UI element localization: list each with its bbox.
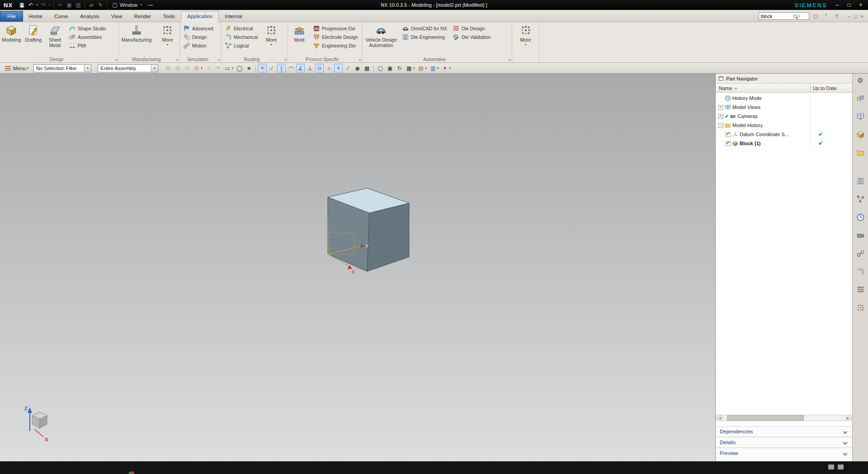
point-dialog-icon[interactable]: ⊙ xyxy=(192,64,201,72)
toolbar-icon[interactable]: ⊞ xyxy=(164,64,172,72)
snap-mid-point-icon[interactable]: | xyxy=(277,64,286,72)
snap-perpendicular-icon[interactable]: ⊥ xyxy=(306,64,314,72)
help-icon[interactable]: ? xyxy=(833,13,840,20)
minimize-button[interactable]: – xyxy=(834,2,841,8)
chevron-down-icon[interactable]: ▾ xyxy=(413,66,415,70)
process-specific-group-dropdown-icon[interactable]: ▾ xyxy=(359,58,361,62)
taskbar-tray-icons[interactable] xyxy=(828,465,844,469)
advanced-simulation-button[interactable]: Advanced xyxy=(181,24,216,33)
checkbox-icon[interactable]: ✔ xyxy=(726,141,731,146)
resource-bar-icon[interactable] xyxy=(856,303,865,312)
progressive-die-button[interactable]: Progressive Die xyxy=(311,24,360,33)
close-button[interactable]: × xyxy=(857,2,864,8)
resource-bar-icon[interactable] xyxy=(856,195,865,204)
resource-bar-icon[interactable] xyxy=(856,213,865,222)
assemblies-button[interactable]: Assemblies xyxy=(66,33,108,41)
refresh-view-icon[interactable]: ↻ xyxy=(395,64,404,72)
snap-point-on-curve-icon[interactable]: ∕ xyxy=(344,64,352,72)
motion-button[interactable]: Motion xyxy=(181,41,216,50)
tree-item-model-history[interactable]: − Model History xyxy=(716,121,852,130)
show-hide-icon[interactable]: ▢ xyxy=(376,64,385,72)
snap-angle-icon[interactable]: ∠ xyxy=(296,64,305,72)
resource-bar-icon[interactable] xyxy=(856,94,865,103)
solid-body-filter-icon[interactable]: ■ xyxy=(245,64,253,72)
drafting-button[interactable]: Drafting xyxy=(23,23,44,43)
tab-view[interactable]: View xyxy=(105,11,128,22)
horizontal-scrollbar[interactable]: ◄ ► xyxy=(716,415,852,421)
checkbox-icon[interactable]: ✔ xyxy=(726,132,731,137)
gear-icon[interactable]: ⚙ xyxy=(857,76,863,85)
document-restore-button[interactable]: □ xyxy=(854,14,857,19)
undo-button[interactable]: ↶ xyxy=(26,1,35,9)
automotive-group-dropdown-icon[interactable]: ▾ xyxy=(509,58,510,62)
immediate-hide-icon[interactable]: ▣ xyxy=(386,64,394,72)
toolbar-icon[interactable]: ↷ xyxy=(214,64,222,72)
save-button[interactable] xyxy=(17,1,26,9)
tab-application[interactable]: Application xyxy=(181,11,219,22)
electrical-button[interactable]: Electrical xyxy=(222,24,260,33)
column-up-to-date[interactable]: Up to Date xyxy=(811,84,852,92)
document-close-button[interactable]: × xyxy=(861,14,863,19)
customize-quick-access-icon[interactable]: — xyxy=(146,1,155,9)
minimize-ribbon-icon[interactable]: ⌃ xyxy=(822,13,830,20)
column-name[interactable]: Name ▲ xyxy=(716,84,811,92)
simulation-group-dropdown-icon[interactable]: ▾ xyxy=(218,58,220,62)
vehicle-design-automation-button[interactable]: Vehicle Design Automation xyxy=(363,23,399,48)
resource-bar-icon[interactable] xyxy=(856,231,865,240)
chevron-down-icon[interactable]: ▾ xyxy=(449,66,451,70)
window-menu-button[interactable]: ▢ Window ▾ xyxy=(109,1,146,9)
snap-end-point-icon[interactable]: ∕ xyxy=(268,64,276,72)
snap-grid-point-icon[interactable]: ▦ xyxy=(363,64,371,72)
scroll-left-icon[interactable]: ◄ xyxy=(717,415,723,421)
toolbar-icon[interactable]: ⊟ xyxy=(173,64,182,72)
tab-render[interactable]: Render xyxy=(128,11,157,22)
menu-button[interactable]: Menu ▾ xyxy=(2,65,33,72)
collapse-icon[interactable]: − xyxy=(718,123,723,128)
search-input[interactable] xyxy=(761,14,793,19)
scrollbar-track[interactable] xyxy=(723,415,844,421)
restore-button[interactable]: □ xyxy=(845,2,853,8)
routing-more-button[interactable]: More ▾ xyxy=(261,23,282,46)
engineering-die-button[interactable]: Engineering Die xyxy=(311,41,360,50)
dependencies-section[interactable]: Dependencies xyxy=(716,426,852,437)
tab-curve[interactable]: Curve xyxy=(48,11,74,22)
snap-center-icon[interactable]: ⊙ xyxy=(315,64,324,72)
manufacturing-button[interactable]: Manufacturing xyxy=(121,23,153,43)
paste-icon[interactable]: ▨ xyxy=(74,1,83,9)
tab-file[interactable]: File xyxy=(0,11,23,22)
toolbar-icon[interactable]: ↺ xyxy=(183,64,191,72)
tree-item-datum-coordinate-system[interactable]: ✔ Datum Coordinate S... ✔ xyxy=(716,130,852,139)
chevron-down-icon[interactable]: ▾ xyxy=(425,66,427,70)
toolbar-icon[interactable]: + xyxy=(204,64,213,72)
titlebar-extra-icon[interactable]: ✎ xyxy=(96,1,105,9)
full-screen-icon[interactable]: ▢ xyxy=(812,13,820,20)
graphics-viewport[interactable]: Y X Z X xyxy=(0,74,715,461)
expand-icon[interactable]: + xyxy=(718,114,723,119)
resource-bar-icon[interactable] xyxy=(856,177,865,185)
electrode-design-button[interactable]: Electrode Design xyxy=(311,33,360,41)
scroll-right-icon[interactable]: ► xyxy=(844,415,851,421)
chevron-down-icon[interactable]: ▾ xyxy=(232,66,234,70)
die-engineering-button[interactable]: Die Engineering xyxy=(400,33,449,41)
redo-dropdown-icon[interactable]: ▾ xyxy=(48,3,52,7)
sheet-metal-button[interactable]: Sheet Metal xyxy=(45,23,66,48)
preview-section[interactable]: Preview xyxy=(716,448,852,459)
resource-bar-icon[interactable] xyxy=(856,267,865,276)
mold-button[interactable]: Mold xyxy=(289,23,310,43)
ribbon-more-button[interactable]: More ▾ xyxy=(515,23,536,46)
routing-group-dropdown-icon[interactable]: ▾ xyxy=(284,58,286,62)
die-design-button[interactable]: Die Design xyxy=(450,24,493,33)
undo-dropdown-icon[interactable]: ▾ xyxy=(35,3,39,7)
part-navigator-header[interactable]: Part Navigator xyxy=(716,74,852,84)
layer-settings-icon[interactable]: ▥ xyxy=(429,64,437,72)
tree-item-block[interactable]: ✔ Block (1) ✔ xyxy=(716,139,852,148)
tab-internal[interactable]: Internal xyxy=(219,11,248,22)
visual-effects-icon[interactable]: ✦ xyxy=(441,64,449,72)
snap-point-on-surface-icon[interactable]: ◉ xyxy=(353,64,362,72)
tab-home[interactable]: Home xyxy=(23,11,49,22)
snap-circle-icon[interactable]: ○ xyxy=(325,64,333,72)
resource-bar-icon[interactable] xyxy=(856,112,865,121)
cut-icon[interactable]: ✂ xyxy=(56,1,65,9)
snap-arc-icon[interactable]: ◠ xyxy=(287,64,295,72)
enable-snap-point-icon[interactable]: ✳ xyxy=(258,64,267,72)
